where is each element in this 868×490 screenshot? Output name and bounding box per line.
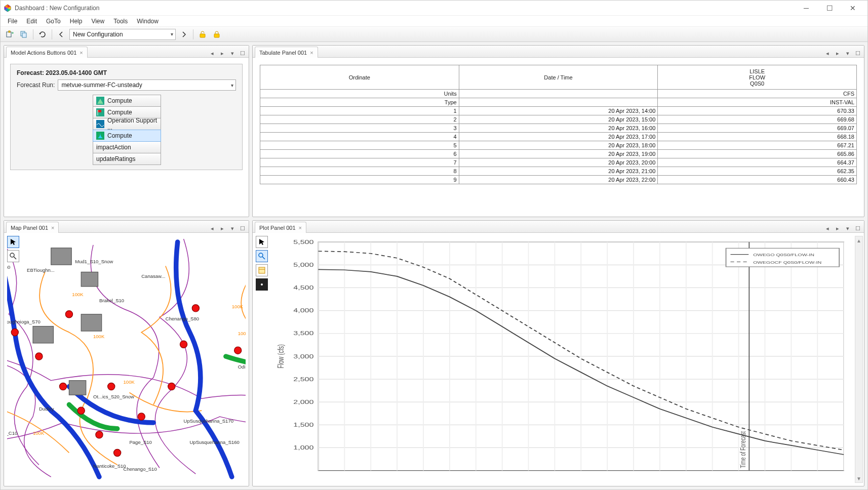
tb-copy-icon[interactable] — [18, 28, 30, 40]
panel-next-icon[interactable]: ▸ — [218, 224, 226, 232]
menu-edit[interactable]: Edit — [22, 17, 41, 26]
menu-goto[interactable]: GoTo — [42, 17, 65, 26]
panel-next-icon[interactable]: ▸ — [834, 224, 842, 232]
cell[interactable]: CFS — [658, 90, 857, 98]
action-compute[interactable]: Compute — [93, 95, 161, 107]
cell[interactable]: 8 — [260, 167, 459, 176]
panel-max-icon[interactable]: ☐ — [239, 224, 247, 232]
tb-forward-icon[interactable] — [178, 28, 190, 40]
panel-menu-icon[interactable]: ▾ — [228, 49, 236, 57]
forecast-run-combo[interactable]: metvue-summer-FC-unsteady — [58, 79, 236, 91]
panel-menu-icon[interactable]: ▾ — [844, 224, 852, 232]
cell[interactable]: 20 Apr 2023, 17:00 — [459, 133, 658, 141]
action-impactaction[interactable]: impactAction — [93, 141, 161, 153]
cell[interactable]: 668.18 — [658, 133, 857, 141]
cell[interactable]: 20 Apr 2023, 15:00 — [459, 115, 658, 124]
scroll-up-icon[interactable]: ▲ — [856, 236, 861, 244]
menu-help[interactable]: Help — [66, 17, 87, 26]
cell[interactable]: 669.07 — [658, 124, 857, 133]
cell[interactable]: Type — [260, 98, 459, 107]
cell[interactable]: 7 — [260, 158, 459, 167]
panel-prev-icon[interactable]: ◂ — [823, 49, 832, 57]
lock-open-icon[interactable] — [196, 28, 209, 40]
tab-close-icon[interactable]: × — [80, 50, 83, 56]
tab-close-icon[interactable]: × — [51, 225, 54, 231]
svg-point-23 — [10, 253, 14, 257]
panel-prev-icon[interactable]: ◂ — [208, 49, 216, 57]
menu-window[interactable]: Window — [133, 17, 163, 26]
action-compute[interactable]: Compute — [93, 130, 161, 142]
cell[interactable]: 664.37 — [658, 158, 857, 167]
panel-max-icon[interactable]: ☐ — [854, 224, 862, 232]
cell[interactable]: 6 — [260, 150, 459, 158]
map-zoom-tool[interactable] — [7, 250, 19, 262]
cell[interactable]: 667.21 — [658, 141, 857, 150]
panel-menu-icon[interactable]: ▾ — [228, 224, 236, 232]
cell[interactable]: 669.68 — [658, 115, 857, 124]
svg-text:5,500: 5,500 — [293, 239, 314, 245]
plot-canvas[interactable]: 1,0001,5002,0002,5003,0003,5004,0004,500… — [273, 236, 853, 483]
cell[interactable]: 20 Apr 2023, 20:00 — [459, 158, 658, 167]
close-button[interactable]: ✕ — [841, 1, 864, 16]
cell[interactable]: 670.33 — [658, 107, 857, 115]
col-ordinate[interactable]: Ordinate — [260, 65, 459, 90]
minimize-button[interactable]: ─ — [795, 1, 818, 16]
tab-label: Model Actions Buttons 001 — [11, 50, 76, 56]
cell[interactable]: 5 — [260, 141, 459, 150]
cell[interactable]: 20 Apr 2023, 14:00 — [459, 107, 658, 115]
panel-menu-icon[interactable]: ▾ — [844, 49, 852, 57]
svg-text:Odilla_S20: Odilla_S20 — [238, 364, 246, 370]
panel-next-icon[interactable]: ▸ — [834, 49, 842, 57]
action-operation-support-[interactable]: Operation Support ... — [93, 118, 161, 130]
cell[interactable]: 20 Apr 2023, 19:00 — [459, 150, 658, 158]
tab-tabulate[interactable]: Tabulate Panel 001 × — [255, 47, 318, 58]
cell[interactable]: 20 Apr 2023, 16:00 — [459, 124, 658, 133]
plot-gear-tool[interactable] — [256, 278, 268, 291]
cell[interactable]: 665.86 — [658, 150, 857, 158]
action-updateratings[interactable]: updateRatings — [93, 153, 161, 165]
col-value[interactable]: LISLE FLOW Q0S0 — [658, 65, 857, 90]
menu-file[interactable]: File — [4, 17, 21, 26]
tab-plot[interactable]: Plot Panel 001 × — [255, 222, 306, 233]
tb-back-icon[interactable] — [55, 28, 67, 40]
cell[interactable]: 20 Apr 2023, 18:00 — [459, 141, 658, 150]
map-pointer-tool[interactable] — [7, 236, 19, 248]
tb-new-icon[interactable] — [4, 28, 16, 40]
cell[interactable] — [459, 90, 658, 98]
config-combo[interactable]: New Configuration — [69, 29, 176, 40]
cell[interactable]: 2 — [260, 115, 459, 124]
panel-prev-icon[interactable]: ◂ — [823, 224, 832, 232]
tab-close-icon[interactable]: × — [299, 225, 302, 231]
map-canvas[interactable]: Tioughnioga_S80EBTioughn... Mud1_S10_Sno… — [7, 236, 246, 483]
menu-view[interactable]: View — [87, 17, 108, 26]
cell[interactable]: 20 Apr 2023, 22:00 — [459, 176, 658, 184]
panel-max-icon[interactable]: ☐ — [854, 49, 862, 57]
plot-zoom-tool[interactable] — [256, 250, 268, 262]
menu-tools[interactable]: Tools — [109, 17, 132, 26]
tab-model-actions[interactable]: Model Actions Buttons 001 × — [6, 47, 88, 58]
plot-props-tool[interactable] — [256, 264, 268, 276]
cell[interactable]: 3 — [260, 124, 459, 133]
plot-scrollbar[interactable]: ▲ ▼ — [855, 236, 863, 483]
cell[interactable]: 660.43 — [658, 176, 857, 184]
cell[interactable]: 4 — [260, 133, 459, 141]
cell[interactable]: Units — [260, 90, 459, 98]
lock-closed-icon[interactable] — [211, 28, 223, 40]
panel-prev-icon[interactable]: ◂ — [208, 224, 216, 232]
cell[interactable]: 662.35 — [658, 167, 857, 176]
cell[interactable]: INST-VAL — [658, 98, 857, 107]
panel-max-icon[interactable]: ☐ — [239, 49, 247, 57]
tab-map[interactable]: Map Panel 001 × — [6, 222, 59, 233]
scroll-down-icon[interactable]: ▼ — [856, 474, 861, 482]
cell[interactable]: 1 — [260, 107, 459, 115]
cell[interactable]: 9 — [260, 176, 459, 184]
tb-refresh-icon[interactable] — [36, 28, 49, 40]
svg-text:4,500: 4,500 — [293, 285, 314, 291]
col-datetime[interactable]: Date / Time — [459, 65, 658, 90]
cell[interactable] — [459, 98, 658, 107]
maximize-button[interactable]: ☐ — [818, 1, 841, 16]
tab-close-icon[interactable]: × — [310, 50, 313, 56]
panel-next-icon[interactable]: ▸ — [218, 49, 226, 57]
plot-pointer-tool[interactable] — [256, 236, 268, 248]
cell[interactable]: 20 Apr 2023, 21:00 — [459, 167, 658, 176]
